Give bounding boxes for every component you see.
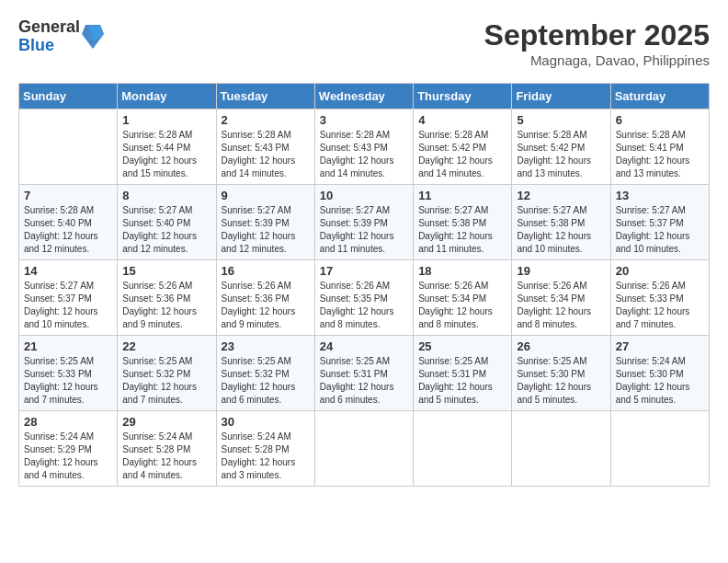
calendar-cell: 9Sunrise: 5:27 AM Sunset: 5:39 PM Daylig… bbox=[216, 185, 314, 260]
calendar-cell bbox=[314, 411, 413, 487]
day-info: Sunrise: 5:25 AM Sunset: 5:31 PM Dayligh… bbox=[320, 355, 408, 407]
day-number: 4 bbox=[418, 113, 506, 127]
calendar-cell: 26Sunrise: 5:25 AM Sunset: 5:30 PM Dayli… bbox=[512, 336, 610, 411]
calendar-cell bbox=[512, 411, 610, 487]
calendar-cell: 20Sunrise: 5:26 AM Sunset: 5:33 PM Dayli… bbox=[610, 260, 709, 336]
day-number: 10 bbox=[320, 189, 408, 202]
day-number: 21 bbox=[24, 339, 112, 353]
day-info: Sunrise: 5:25 AM Sunset: 5:32 PM Dayligh… bbox=[122, 355, 210, 407]
day-info: Sunrise: 5:27 AM Sunset: 5:37 PM Dayligh… bbox=[616, 204, 704, 256]
calendar-cell: 21Sunrise: 5:25 AM Sunset: 5:33 PM Dayli… bbox=[19, 336, 118, 411]
day-number: 1 bbox=[122, 113, 210, 127]
day-info: Sunrise: 5:27 AM Sunset: 5:37 PM Dayligh… bbox=[24, 280, 112, 331]
calendar-cell: 2Sunrise: 5:28 AM Sunset: 5:43 PM Daylig… bbox=[216, 109, 314, 185]
calendar-cell: 18Sunrise: 5:26 AM Sunset: 5:34 PM Dayli… bbox=[414, 260, 512, 336]
calendar-cell: 12Sunrise: 5:27 AM Sunset: 5:38 PM Dayli… bbox=[512, 185, 610, 260]
day-info: Sunrise: 5:24 AM Sunset: 5:30 PM Dayligh… bbox=[616, 355, 704, 407]
calendar-cell: 19Sunrise: 5:26 AM Sunset: 5:34 PM Dayli… bbox=[512, 260, 610, 336]
day-number: 16 bbox=[222, 264, 310, 278]
day-info: Sunrise: 5:27 AM Sunset: 5:38 PM Dayligh… bbox=[517, 204, 605, 256]
calendar-week-row: 28Sunrise: 5:24 AM Sunset: 5:29 PM Dayli… bbox=[19, 411, 710, 487]
logo-blue: Blue bbox=[18, 37, 80, 55]
calendar-cell: 25Sunrise: 5:25 AM Sunset: 5:31 PM Dayli… bbox=[414, 336, 512, 411]
day-info: Sunrise: 5:28 AM Sunset: 5:42 PM Dayligh… bbox=[517, 129, 605, 180]
page-header: General Blue September 2025 Magnaga, Dav… bbox=[18, 18, 710, 68]
day-info: Sunrise: 5:27 AM Sunset: 5:39 PM Dayligh… bbox=[320, 204, 408, 256]
logo: General Blue bbox=[18, 18, 104, 55]
day-number: 26 bbox=[517, 339, 605, 353]
calendar-weekday-saturday: Saturday bbox=[610, 84, 709, 109]
calendar-header-row: SundayMondayTuesdayWednesdayThursdayFrid… bbox=[19, 84, 710, 109]
calendar-cell: 4Sunrise: 5:28 AM Sunset: 5:42 PM Daylig… bbox=[414, 109, 512, 185]
day-info: Sunrise: 5:28 AM Sunset: 5:43 PM Dayligh… bbox=[222, 129, 310, 180]
calendar-cell bbox=[610, 411, 709, 487]
calendar-cell: 24Sunrise: 5:25 AM Sunset: 5:31 PM Dayli… bbox=[314, 336, 413, 411]
day-info: Sunrise: 5:28 AM Sunset: 5:42 PM Dayligh… bbox=[418, 129, 506, 180]
calendar-cell: 28Sunrise: 5:24 AM Sunset: 5:29 PM Dayli… bbox=[19, 411, 118, 487]
calendar-cell: 8Sunrise: 5:27 AM Sunset: 5:40 PM Daylig… bbox=[118, 185, 216, 260]
calendar-cell: 29Sunrise: 5:24 AM Sunset: 5:28 PM Dayli… bbox=[118, 411, 216, 487]
calendar-weekday-friday: Friday bbox=[512, 84, 610, 109]
calendar-cell: 23Sunrise: 5:25 AM Sunset: 5:32 PM Dayli… bbox=[216, 336, 314, 411]
calendar-cell: 22Sunrise: 5:25 AM Sunset: 5:32 PM Dayli… bbox=[118, 336, 216, 411]
day-info: Sunrise: 5:27 AM Sunset: 5:39 PM Dayligh… bbox=[222, 204, 310, 256]
day-number: 19 bbox=[517, 264, 605, 278]
logo-icon bbox=[82, 23, 104, 51]
day-number: 6 bbox=[616, 113, 704, 127]
day-number: 5 bbox=[517, 113, 605, 127]
calendar-cell: 5Sunrise: 5:28 AM Sunset: 5:42 PM Daylig… bbox=[512, 109, 610, 185]
logo-text: General Blue bbox=[18, 18, 80, 55]
calendar-cell: 14Sunrise: 5:27 AM Sunset: 5:37 PM Dayli… bbox=[19, 260, 118, 336]
day-number: 13 bbox=[616, 189, 704, 202]
calendar-cell: 17Sunrise: 5:26 AM Sunset: 5:35 PM Dayli… bbox=[314, 260, 413, 336]
day-number: 23 bbox=[222, 339, 310, 353]
title-block: September 2025 Magnaga, Davao, Philippin… bbox=[484, 18, 710, 68]
day-number: 14 bbox=[24, 264, 112, 278]
day-info: Sunrise: 5:26 AM Sunset: 5:36 PM Dayligh… bbox=[222, 280, 310, 331]
day-info: Sunrise: 5:24 AM Sunset: 5:29 PM Dayligh… bbox=[24, 431, 112, 482]
calendar-weekday-wednesday: Wednesday bbox=[314, 84, 413, 109]
calendar-week-row: 14Sunrise: 5:27 AM Sunset: 5:37 PM Dayli… bbox=[19, 260, 710, 336]
day-number: 12 bbox=[517, 189, 605, 202]
day-info: Sunrise: 5:26 AM Sunset: 5:35 PM Dayligh… bbox=[320, 280, 408, 331]
day-info: Sunrise: 5:24 AM Sunset: 5:28 PM Dayligh… bbox=[222, 431, 310, 482]
calendar-cell: 1Sunrise: 5:28 AM Sunset: 5:44 PM Daylig… bbox=[118, 109, 216, 185]
day-info: Sunrise: 5:28 AM Sunset: 5:41 PM Dayligh… bbox=[616, 129, 704, 180]
calendar-cell: 16Sunrise: 5:26 AM Sunset: 5:36 PM Dayli… bbox=[216, 260, 314, 336]
day-number: 7 bbox=[24, 189, 112, 202]
calendar-cell: 15Sunrise: 5:26 AM Sunset: 5:36 PM Dayli… bbox=[118, 260, 216, 336]
logo-general: General bbox=[18, 18, 80, 37]
day-number: 22 bbox=[122, 339, 210, 353]
calendar-table: SundayMondayTuesdayWednesdayThursdayFrid… bbox=[18, 83, 710, 487]
day-info: Sunrise: 5:26 AM Sunset: 5:36 PM Dayligh… bbox=[122, 280, 210, 331]
calendar-week-row: 21Sunrise: 5:25 AM Sunset: 5:33 PM Dayli… bbox=[19, 336, 710, 411]
day-info: Sunrise: 5:25 AM Sunset: 5:30 PM Dayligh… bbox=[517, 355, 605, 407]
day-info: Sunrise: 5:25 AM Sunset: 5:33 PM Dayligh… bbox=[24, 355, 112, 407]
day-number: 27 bbox=[616, 339, 704, 353]
day-number: 29 bbox=[122, 415, 210, 429]
day-info: Sunrise: 5:25 AM Sunset: 5:32 PM Dayligh… bbox=[222, 355, 310, 407]
day-info: Sunrise: 5:27 AM Sunset: 5:40 PM Dayligh… bbox=[122, 204, 210, 256]
calendar-weekday-tuesday: Tuesday bbox=[216, 84, 314, 109]
calendar-weekday-monday: Monday bbox=[118, 84, 216, 109]
calendar-cell: 10Sunrise: 5:27 AM Sunset: 5:39 PM Dayli… bbox=[314, 185, 413, 260]
calendar-cell bbox=[414, 411, 512, 487]
day-number: 3 bbox=[320, 113, 408, 127]
calendar-cell: 3Sunrise: 5:28 AM Sunset: 5:43 PM Daylig… bbox=[314, 109, 413, 185]
day-number: 28 bbox=[24, 415, 112, 429]
day-info: Sunrise: 5:28 AM Sunset: 5:44 PM Dayligh… bbox=[122, 129, 210, 180]
day-number: 11 bbox=[418, 189, 506, 202]
day-info: Sunrise: 5:24 AM Sunset: 5:28 PM Dayligh… bbox=[122, 431, 210, 482]
calendar-cell bbox=[19, 109, 118, 185]
day-info: Sunrise: 5:28 AM Sunset: 5:40 PM Dayligh… bbox=[24, 204, 112, 256]
day-info: Sunrise: 5:26 AM Sunset: 5:33 PM Dayligh… bbox=[616, 280, 704, 331]
calendar-week-row: 1Sunrise: 5:28 AM Sunset: 5:44 PM Daylig… bbox=[19, 109, 710, 185]
day-number: 2 bbox=[222, 113, 310, 127]
day-number: 8 bbox=[122, 189, 210, 202]
calendar-cell: 7Sunrise: 5:28 AM Sunset: 5:40 PM Daylig… bbox=[19, 185, 118, 260]
day-info: Sunrise: 5:27 AM Sunset: 5:38 PM Dayligh… bbox=[418, 204, 506, 256]
calendar-week-row: 7Sunrise: 5:28 AM Sunset: 5:40 PM Daylig… bbox=[19, 185, 710, 260]
day-info: Sunrise: 5:28 AM Sunset: 5:43 PM Dayligh… bbox=[320, 129, 408, 180]
calendar-cell: 27Sunrise: 5:24 AM Sunset: 5:30 PM Dayli… bbox=[610, 336, 709, 411]
calendar-cell: 30Sunrise: 5:24 AM Sunset: 5:28 PM Dayli… bbox=[216, 411, 314, 487]
